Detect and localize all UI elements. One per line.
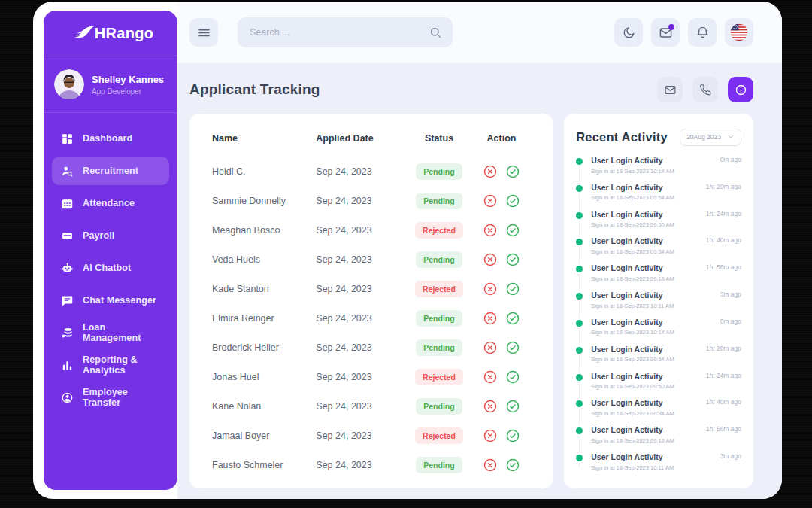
approve-applicant-button[interactable] [505, 164, 520, 179]
activity-item-title: User Login Activity [591, 210, 698, 219]
sidebar-item-reporting-analytics[interactable]: Reporting & Analytics [52, 351, 169, 379]
activity-item-title: User Login Activity [591, 372, 698, 381]
reject-applicant-button[interactable] [483, 281, 498, 297]
desktop-background: HRango [0, 0, 812, 508]
sidebar-item-loan-management[interactable]: Loan Management [52, 318, 169, 347]
moon-icon [622, 26, 636, 40]
approve-applicant-button[interactable] [505, 193, 520, 208]
loan-management-icon [61, 327, 74, 339]
close-circle-icon [483, 428, 498, 443]
close-circle-icon [483, 193, 498, 208]
activity-item-title: User Login Activity [591, 318, 711, 327]
approve-applicant-button[interactable] [505, 370, 520, 385]
bell-button[interactable] [688, 18, 717, 47]
reject-applicant-button[interactable] [483, 252, 498, 267]
activity-item-time: 1h: 24m ago [706, 210, 741, 237]
applicant-name: Broderick Heller [212, 342, 316, 353]
bell-icon [695, 26, 710, 40]
activity-dot [576, 455, 583, 461]
approve-applicant-button[interactable] [505, 340, 520, 355]
reject-applicant-button[interactable] [483, 458, 498, 473]
check-circle-icon [505, 370, 520, 385]
activity-dot [576, 374, 583, 381]
sidebar-item-chat-messenger[interactable]: Chat Messenger [52, 286, 169, 315]
sidebar-item-label: Reporting & Analytics [83, 354, 160, 376]
table-row: Fausto SchmelerSep 24, 2023Pending [212, 450, 531, 479]
activity-item-title: User Login Activity [591, 452, 711, 461]
moon-button[interactable] [614, 18, 643, 47]
activity-item: User Login ActivitySign in at 18-Sep-202… [576, 318, 741, 345]
sidebar-item-dashboard[interactable]: Dashboard [52, 124, 169, 153]
approve-applicant-button[interactable] [505, 281, 520, 297]
activity-item: User Login ActivitySign in at 18-Sep-202… [576, 236, 741, 263]
check-circle-icon [505, 399, 520, 414]
wing-logo-icon [68, 25, 95, 41]
activity-item: User Login ActivitySign in at 18-Sep-202… [576, 263, 741, 291]
activity-dot [576, 347, 583, 354]
applied-date: Sep 24, 2023 [316, 313, 406, 324]
search-icon[interactable] [429, 26, 442, 39]
activity-item-title: User Login Activity [591, 425, 698, 434]
applicant-name: Meaghan Bosco [212, 225, 316, 236]
table-row: Jamaal BoyerSep 24, 2023Rejected [212, 421, 531, 450]
activity-item-detail: Sign in at 18-Sep-2023 09:34 AM [591, 410, 698, 417]
flag-button[interactable] [725, 18, 753, 47]
activity-dot [576, 239, 583, 245]
approve-applicant-button[interactable] [505, 428, 520, 443]
info-icon [735, 84, 747, 96]
sidebar-item-employee-transfer[interactable]: Employee Transfer [52, 383, 169, 412]
approve-applicant-button[interactable] [505, 458, 520, 473]
reject-applicant-button[interactable] [483, 428, 498, 443]
activity-item-time: 1h: 20m ago [706, 183, 741, 210]
info-button[interactable] [728, 77, 753, 102]
approve-applicant-button[interactable] [505, 223, 520, 238]
activity-item-time: 1h: 56m ago [706, 263, 741, 291]
topbar-actions [614, 18, 753, 47]
close-circle-icon [483, 458, 498, 473]
activity-item: User Login ActivitySign in at 18-Sep-202… [576, 398, 741, 425]
status-badge: Rejected [415, 281, 463, 297]
user-profile[interactable]: Shelley Kannes App Developer [44, 56, 177, 112]
activity-item-time: 1h: 40m ago [706, 398, 741, 425]
reject-applicant-button[interactable] [483, 311, 498, 326]
sidebar-item-payroll[interactable]: Payroll [52, 221, 169, 250]
check-circle-icon [505, 428, 520, 443]
cards-row: NameApplied DateStatusAction Heidi C.Sep… [189, 114, 753, 488]
app-logo[interactable]: HRango [44, 11, 177, 56]
approve-applicant-button[interactable] [505, 252, 520, 267]
activity-item-detail: Sign in at 18-Sep-2023 09:54 AM [591, 356, 698, 363]
sidebar-item-label: AI Chatbot [83, 263, 131, 273]
mail-button[interactable] [651, 18, 680, 47]
reject-applicant-button[interactable] [483, 399, 498, 414]
chat-messenger-icon [61, 294, 74, 307]
close-circle-icon [483, 311, 498, 326]
reject-applicant-button[interactable] [483, 370, 498, 385]
applicant-name: Sammie Donnelly [212, 196, 316, 206]
applicant-name: Veda Huels [212, 254, 316, 265]
sidebar-item-attendance[interactable]: Attendance [52, 189, 169, 217]
sidebar-item-recruitment[interactable]: Recruitment [52, 157, 169, 185]
reject-applicant-button[interactable] [483, 164, 498, 179]
menu-toggle-button[interactable] [189, 18, 218, 47]
reject-applicant-button[interactable] [483, 193, 498, 208]
approve-applicant-button[interactable] [505, 399, 520, 414]
activity-item-detail: Sign in at 18-Sep-2023 10:14 AM [591, 329, 711, 336]
user-name: Shelley Kannes [92, 74, 164, 85]
status-badge: Rejected [415, 222, 463, 239]
activity-date-filter[interactable]: 20Aug 2023 [680, 129, 741, 146]
reject-applicant-button[interactable] [483, 223, 498, 238]
phone-button[interactable] [692, 77, 718, 102]
table-body: Heidi C.Sep 24, 2023PendingSammie Donnel… [212, 157, 531, 479]
activity-dot [576, 427, 583, 434]
approve-applicant-button[interactable] [505, 311, 520, 326]
activity-header: Recent Activity 20Aug 2023 [576, 121, 741, 153]
reject-applicant-button[interactable] [483, 340, 498, 355]
unread-badge-dot [668, 24, 674, 30]
sidebar-item-ai-chatbot[interactable]: AI Chatbot [52, 254, 169, 282]
table-row: Kane NolanSep 24, 2023Pending [212, 391, 531, 421]
applicant-name: Kane Nolan [212, 401, 316, 412]
mail-button[interactable] [657, 77, 683, 102]
activity-item: User Login ActivitySign in at 18-Sep-202… [576, 183, 741, 210]
column-header-action: Action [472, 133, 531, 144]
search-input[interactable] [248, 26, 429, 38]
